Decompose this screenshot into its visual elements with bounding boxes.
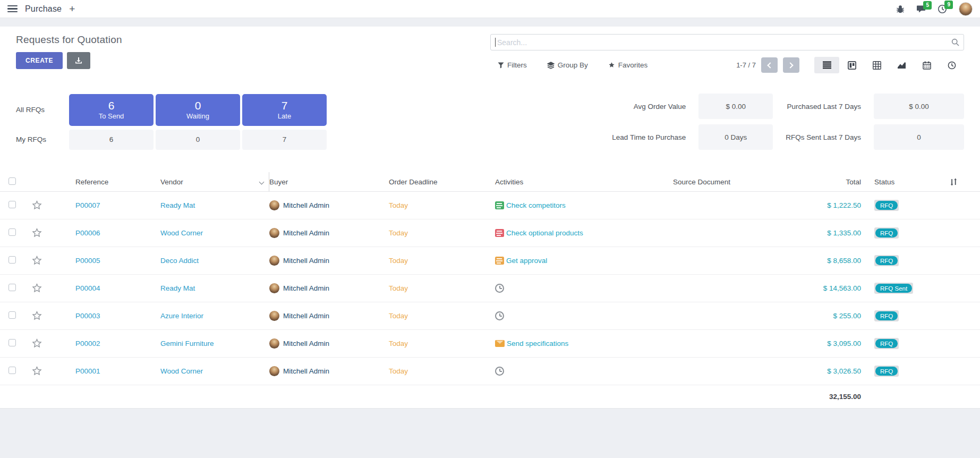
- view-calendar-button[interactable]: [914, 57, 939, 73]
- kpi-tile-waiting[interactable]: 0 Waiting: [156, 94, 240, 126]
- buyer-cell[interactable]: Mitchell Admin: [269, 338, 389, 349]
- table-row[interactable]: P00002 Gemini Furniture Mitchell Admin T…: [0, 330, 980, 358]
- activity-cell[interactable]: [495, 284, 673, 293]
- column-header-total[interactable]: Total: [806, 178, 870, 186]
- buyer-cell[interactable]: Mitchell Admin: [269, 228, 389, 238]
- column-header-status[interactable]: Status: [870, 178, 929, 186]
- table-row[interactable]: P00003 Azure Interior Mitchell Admin Tod…: [0, 302, 980, 330]
- favorite-star-icon[interactable]: [32, 338, 62, 349]
- kpi-my-waiting[interactable]: 0: [156, 130, 240, 150]
- rfq-reference-link[interactable]: P00002: [62, 340, 160, 347]
- view-pivot-button[interactable]: [864, 57, 889, 73]
- status-badge: RFQ: [875, 311, 898, 320]
- buyer-cell[interactable]: Mitchell Admin: [269, 200, 389, 210]
- row-checkbox[interactable]: [8, 284, 16, 291]
- vendor-link[interactable]: Ready Mat: [160, 284, 269, 292]
- kpi-my-late[interactable]: 7: [242, 130, 327, 150]
- search-icon[interactable]: [951, 38, 959, 46]
- row-checkbox[interactable]: [8, 228, 16, 236]
- column-header-deadline[interactable]: Order Deadline: [389, 178, 495, 186]
- rfq-reference-link[interactable]: P00005: [62, 257, 160, 265]
- user-avatar[interactable]: [959, 2, 973, 16]
- kpi-tile-to-send[interactable]: 6 To Send: [69, 94, 154, 126]
- favorite-star-icon[interactable]: [32, 366, 62, 376]
- vendor-link[interactable]: Azure Interior: [160, 312, 269, 320]
- favorite-star-icon[interactable]: [32, 311, 62, 321]
- group-by-button[interactable]: Group By: [547, 61, 588, 69]
- app-name[interactable]: Purchase: [25, 4, 62, 14]
- activities-clock-icon[interactable]: 9: [938, 4, 947, 14]
- buyer-name: Mitchell Admin: [283, 201, 329, 209]
- rfq-reference-link[interactable]: P00004: [62, 284, 160, 292]
- order-deadline: Today: [389, 284, 495, 292]
- view-kanban-button[interactable]: [839, 57, 864, 73]
- activity-cell[interactable]: [495, 367, 673, 376]
- search-input[interactable]: [490, 34, 964, 50]
- activity-cell[interactable]: [495, 311, 673, 320]
- buyer-cell[interactable]: Mitchell Admin: [269, 256, 389, 266]
- menu-icon[interactable]: [7, 5, 18, 12]
- messages-icon[interactable]: 5: [916, 5, 926, 13]
- column-header-buyer[interactable]: Buyer: [269, 178, 389, 186]
- prev-page-button[interactable]: [761, 57, 778, 73]
- buyer-cell[interactable]: Mitchell Admin: [269, 283, 389, 293]
- table-row[interactable]: P00007 Ready Mat Mitchell Admin Today Ch…: [0, 192, 980, 219]
- rfq-reference-link[interactable]: P00007: [62, 201, 160, 209]
- table-row[interactable]: P00006 Wood Corner Mitchell Admin Today …: [0, 219, 980, 247]
- rfq-reference-link[interactable]: P00003: [62, 312, 160, 320]
- view-graph-button[interactable]: [889, 57, 914, 73]
- optional-columns-button[interactable]: [950, 178, 972, 186]
- vendor-link[interactable]: Deco Addict: [160, 257, 269, 265]
- activity-cell[interactable]: Get approval: [495, 257, 673, 265]
- buyer-cell[interactable]: Mitchell Admin: [269, 366, 389, 376]
- table-row[interactable]: P00004 Ready Mat Mitchell Admin Today $ …: [0, 275, 980, 302]
- buyer-cell[interactable]: Mitchell Admin: [269, 311, 389, 321]
- column-header-activities[interactable]: Activities: [495, 178, 673, 186]
- next-page-button[interactable]: [783, 57, 799, 73]
- rfq-reference-link[interactable]: P00001: [62, 367, 160, 375]
- column-header-source[interactable]: Source Document: [673, 178, 806, 186]
- rfq-reference-link[interactable]: P00006: [62, 229, 160, 237]
- view-activity-button[interactable]: [939, 57, 964, 73]
- view-list-button[interactable]: [814, 57, 839, 73]
- table-row[interactable]: P00001 Wood Corner Mitchell Admin Today …: [0, 358, 980, 385]
- filters-button[interactable]: Filters: [498, 61, 527, 69]
- vendor-link[interactable]: Wood Corner: [160, 229, 269, 237]
- favorite-star-icon[interactable]: [32, 256, 62, 266]
- activity-cell[interactable]: Check optional products: [495, 229, 673, 237]
- row-checkbox[interactable]: [8, 201, 16, 208]
- activity-cell[interactable]: Check competitors: [495, 201, 673, 209]
- kpi-tile-late[interactable]: 7 Late: [242, 94, 327, 126]
- pivot-view-icon: [873, 61, 881, 70]
- row-checkbox[interactable]: [8, 339, 16, 346]
- row-checkbox[interactable]: [8, 311, 16, 319]
- plus-icon[interactable]: +: [69, 4, 75, 14]
- search-box: [490, 34, 964, 50]
- status-cell: RFQ: [870, 310, 929, 321]
- buyer-name: Mitchell Admin: [283, 367, 329, 375]
- vendor-link[interactable]: Ready Mat: [160, 201, 269, 209]
- vendor-link[interactable]: Wood Corner: [160, 367, 269, 375]
- table-row[interactable]: P00005 Deco Addict Mitchell Admin Today …: [0, 247, 980, 275]
- select-all-checkbox[interactable]: [8, 177, 16, 185]
- export-button[interactable]: [67, 52, 90, 69]
- calendar-view-icon: [923, 61, 931, 70]
- favorites-button[interactable]: Favorites: [608, 61, 648, 69]
- favorite-star-icon[interactable]: [32, 283, 62, 293]
- favorite-star-icon[interactable]: [32, 200, 62, 210]
- bug-icon[interactable]: [896, 5, 905, 13]
- avg-order-value: $ 0.00: [698, 94, 773, 119]
- my-rfqs-label: My RFQs: [16, 135, 67, 143]
- status-badge: RFQ: [875, 256, 898, 265]
- total-amount: $ 8,658.00: [806, 257, 870, 265]
- row-checkbox[interactable]: [8, 256, 16, 264]
- favorite-star-icon[interactable]: [32, 228, 62, 238]
- column-header-vendor[interactable]: Vendor: [160, 172, 269, 191]
- activity-cell[interactable]: Send specifications: [495, 340, 673, 347]
- total-amount: $ 3,095.00: [806, 340, 870, 347]
- row-checkbox[interactable]: [8, 367, 16, 374]
- create-button[interactable]: CREATE: [16, 52, 63, 69]
- kpi-my-to-send[interactable]: 6: [69, 130, 154, 150]
- column-header-reference[interactable]: Reference: [62, 178, 160, 186]
- vendor-link[interactable]: Gemini Furniture: [160, 340, 269, 347]
